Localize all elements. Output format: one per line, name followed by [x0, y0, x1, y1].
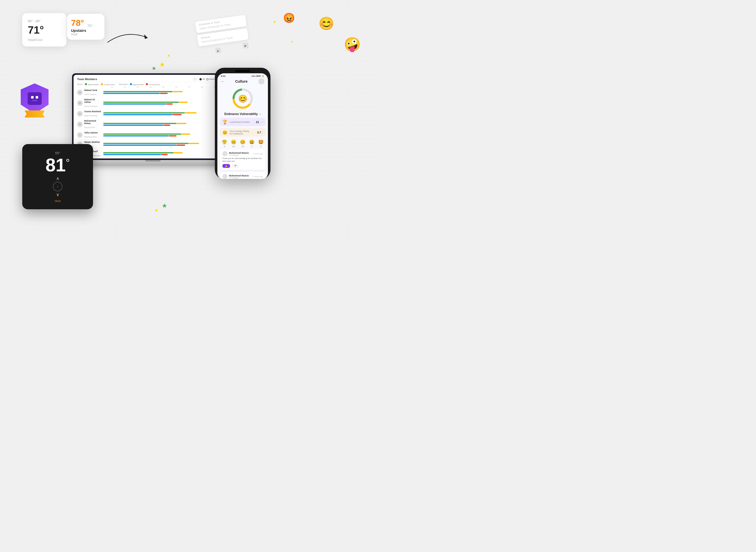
- member-bars: [103, 91, 229, 94]
- phone-status-bar: 9:41 ●●● WiFi 🔋: [217, 73, 268, 78]
- feedback-text-1: Thank you for acknowledging the feedback…: [222, 157, 263, 162]
- laptop-inner: Team Members ↕ All Given Received Given:…: [73, 75, 232, 158]
- emoji-distribution: 😤 4 😐 12 😊 13 😃 3 🤩 4: [217, 138, 268, 148]
- radio-given[interactable]: Given: [206, 78, 215, 81]
- feedback-role-1: UX Designer: [229, 154, 249, 156]
- feedback-actions-1: 👍 👎: [222, 164, 263, 168]
- leaderboard-card: 🏆 Leaderboard Position 21 ↓ ›: [220, 118, 265, 126]
- recog-submit-btn-2[interactable]: ▶: [215, 47, 221, 54]
- avatar-osama: O: [77, 111, 83, 117]
- leaderboard-value: 21 ↓ ›: [256, 121, 263, 124]
- table-row: O Osama Rasheed Digital Marketing: [73, 109, 232, 119]
- phone-back-button[interactable]: ←: [221, 80, 224, 84]
- thermostat-mode-label: Heat: [54, 199, 60, 202]
- appreciative-legend: Appreciative: [85, 83, 99, 86]
- emoji-silly: 🤪: [344, 37, 361, 51]
- thermostat-big-temp: 81: [45, 156, 66, 174]
- table-row: W Waqas Sharif Operations Manager: [73, 149, 232, 158]
- ribbon: [24, 111, 45, 118]
- phone-time: 9:41: [221, 75, 225, 77]
- feedback-author-2: Muhammad Maavia UX Designer: [229, 174, 249, 179]
- dashboard-title: Team Members: [77, 78, 97, 81]
- angry-emoji: 😤: [222, 139, 227, 145]
- member-bars: [103, 152, 229, 155]
- feedback-time-2: 2 Weeks Ago: [253, 176, 263, 177]
- phone-culture-title: Culture: [224, 80, 258, 84]
- thermostat-circle[interactable]: ○: [53, 182, 62, 191]
- robot-eye-right: [36, 96, 38, 99]
- feedback-card-1: Muhammad Maavia UX Designer 3 weeks ago …: [220, 149, 265, 170]
- phone: 9:41 ●●● WiFi 🔋 ← Culture 😊: [215, 68, 271, 179]
- smile-count: 13: [242, 145, 244, 148]
- weather-zone-mode: Heat: [71, 33, 99, 36]
- dashboard-legend: Given: Appreciative Constructive Receive…: [73, 82, 232, 86]
- dislike-button[interactable]: 👎: [232, 164, 239, 168]
- arrow-decoration: [105, 27, 155, 47]
- feedback-name-2: Muhammad Maavia: [229, 174, 249, 177]
- culture-ring: 😊: [232, 88, 254, 110]
- culture-center-emoji: 😊: [238, 94, 248, 103]
- rating-card: 😊 Your Average Rating 36 Feedbacks 3.7 ↓: [220, 128, 265, 137]
- scene: ★ ✦ ★ ★ ★ ★ ★ ✦ 60° - 80° 71° Heat/Cool …: [0, 0, 378, 276]
- rating-value: 3.7 ↓: [257, 131, 263, 134]
- member-bars: [103, 123, 229, 126]
- angry-count: 4: [224, 145, 225, 148]
- avatar-waleed-tarik: W: [77, 90, 83, 95]
- culture-filter-icon[interactable]: ≡: [259, 113, 261, 116]
- member-name-muhammad: Muhammad Rehan Associate PM: [84, 120, 102, 129]
- happy-count: 3: [251, 145, 252, 148]
- avatar-talha: T: [77, 132, 83, 138]
- weather-zone-temp: 78°: [71, 18, 84, 28]
- feedback-role-2: UX Designer: [229, 177, 249, 179]
- deco-star-7: ★: [162, 202, 167, 209]
- weather-zone-name: Upstairs: [71, 28, 99, 33]
- robot-eye-left: [31, 96, 34, 99]
- member-bars: [103, 112, 229, 115]
- thumb-up-icon: 👍: [225, 165, 228, 167]
- emoji-item-smile: 😊 13: [240, 139, 246, 148]
- avatar-waleed-ali: W: [77, 100, 83, 106]
- deco-star-3: ★: [152, 65, 156, 71]
- constructive2-legend: Constructive: [146, 83, 160, 86]
- shield-shape: ★ ★: [21, 84, 48, 114]
- feedback-header-1: Muhammad Maavia UX Designer 3 weeks ago: [222, 151, 263, 156]
- received-label: Received:: [119, 83, 128, 86]
- deco-star-8: ✦: [154, 207, 158, 213]
- laptop-base: [72, 160, 234, 165]
- svg-marker-0: [144, 34, 148, 39]
- recog-submit-btn[interactable]: ▶: [243, 42, 249, 49]
- robot-eyes: [31, 96, 38, 99]
- member-name-talha: Talha Saleem Marketing Head: [84, 131, 102, 139]
- radio-all[interactable]: All: [199, 78, 205, 81]
- feedback-card-2: Muhammad Maavia UX Designer 2 Weeks Ago: [220, 172, 265, 179]
- thermostat-down-btn[interactable]: ∨: [56, 192, 59, 197]
- table-row: M Muhammad Rehan Associate PM: [73, 119, 232, 130]
- emoji-item-neutral: 😐 12: [231, 139, 236, 148]
- constructive-legend: Constructive: [101, 83, 115, 86]
- deco-star-2: ✦: [167, 53, 171, 58]
- feedback-name-1: Muhammad Maavia: [229, 152, 249, 154]
- like-button[interactable]: 👍: [222, 164, 230, 168]
- emoji-smile: 😊: [318, 17, 334, 30]
- member-name-osama: Osama Rasheed Digital Marketing: [84, 110, 102, 117]
- phone-app-header: ← Culture: [217, 78, 268, 86]
- rating-emoji-icon: 😊: [222, 130, 228, 135]
- leaderboard-trend: ↓: [260, 121, 261, 123]
- thermostat-up-btn[interactable]: ∧: [56, 176, 59, 181]
- star-eyes-count: 4: [260, 145, 261, 148]
- thermostat-degree: °: [66, 157, 70, 168]
- member-name-waleed-ali: Waleed Ali Akhtar Senior Developer: [84, 98, 102, 108]
- rating-label: Your Average Rating: [230, 130, 249, 132]
- table-row: W Waleed Ali Akhtar Senior Developer: [73, 97, 232, 109]
- shield-star-1: ★: [42, 81, 45, 85]
- sort-button[interactable]: ↕: [193, 77, 197, 81]
- weather-zone-outside: 70°: [87, 23, 93, 29]
- recog-form-second: ▶: [215, 46, 222, 53]
- weather-card-main: 60° - 80° 71° Heat/Cool: [22, 13, 66, 46]
- feedback-header-2: Muhammad Maavia UX Designer 2 Weeks Ago: [222, 174, 263, 179]
- happy-emoji: 😃: [249, 139, 255, 145]
- phone-screen: 9:41 ●●● WiFi 🔋 ← Culture 😊: [217, 73, 268, 179]
- neutral-count: 12: [233, 145, 235, 148]
- emoji-item-angry: 😤 4: [222, 139, 227, 148]
- feedback-time-1: 3 weeks ago: [253, 153, 263, 155]
